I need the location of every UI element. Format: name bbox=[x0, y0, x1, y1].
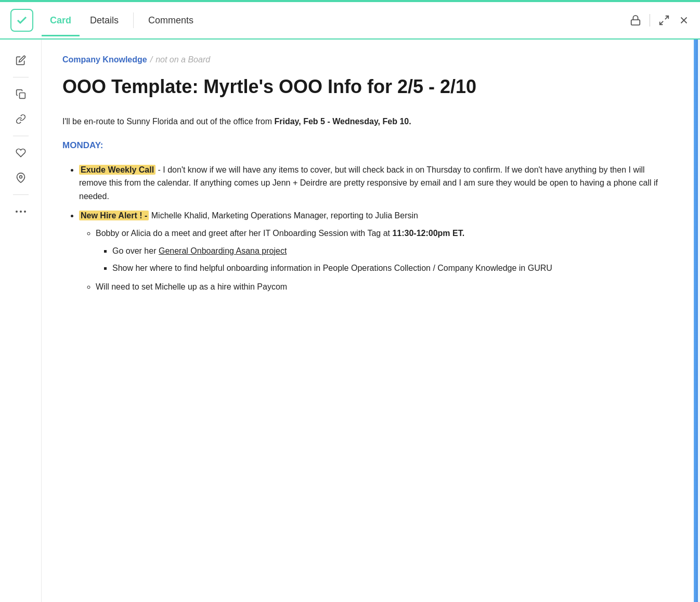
breadcrumb-separator: / bbox=[150, 55, 152, 64]
monday-bullet-list: Exude Weekly Call - I don't know if we w… bbox=[62, 163, 668, 294]
header: Card Details Comments bbox=[0, 2, 700, 40]
svg-point-7 bbox=[16, 211, 18, 213]
sidebar-divider-2 bbox=[13, 136, 29, 136]
bullet-new-hire-alert: New Hire Alert ! - Michelle Khalid, Mark… bbox=[79, 209, 668, 293]
edit-icon[interactable] bbox=[10, 50, 31, 71]
svg-line-1 bbox=[665, 16, 668, 19]
heart-icon[interactable] bbox=[10, 142, 31, 163]
svg-line-2 bbox=[660, 21, 663, 24]
close-icon[interactable] bbox=[678, 15, 690, 26]
bullet1-rest: - I don't know if we will have any items… bbox=[79, 165, 658, 201]
left-sidebar bbox=[0, 40, 42, 602]
asana-link[interactable]: General Onboarding Asana project bbox=[159, 246, 287, 255]
task-checkbox[interactable] bbox=[10, 9, 33, 32]
pin-icon[interactable] bbox=[10, 167, 31, 188]
tab-card[interactable]: Card bbox=[42, 11, 80, 30]
new-hire-sub-list: Bobby or Alicia do a meet and greet afte… bbox=[79, 227, 668, 293]
link-icon[interactable] bbox=[10, 109, 31, 129]
more-icon[interactable] bbox=[10, 201, 31, 222]
bullet2-rest: Michelle Khalid, Marketing Operations Ma… bbox=[149, 211, 418, 220]
tab-details[interactable]: Details bbox=[82, 11, 127, 30]
svg-rect-5 bbox=[19, 93, 25, 99]
new-hire-alert-highlight: New Hire Alert ! - bbox=[79, 211, 149, 220]
sidebar-divider-3 bbox=[13, 194, 29, 195]
breadcrumb-sub: not on a Board bbox=[155, 55, 210, 64]
svg-rect-0 bbox=[631, 20, 640, 25]
bullet-exude-weekly-call: Exude Weekly Call - I don't know if we w… bbox=[79, 163, 668, 203]
svg-point-6 bbox=[19, 176, 22, 178]
right-strip-blue bbox=[694, 40, 698, 602]
tab-divider bbox=[133, 12, 134, 28]
breadcrumb-link[interactable]: Company Knowledge bbox=[62, 55, 147, 64]
right-strip bbox=[694, 40, 700, 602]
svg-point-9 bbox=[24, 211, 26, 213]
monday-heading: MONDAY: bbox=[62, 138, 668, 152]
sidebar-divider-1 bbox=[13, 77, 29, 77]
tab-comments[interactable]: Comments bbox=[140, 11, 202, 30]
sub-bullet1-bold: 11:30-12:00pm ET. bbox=[392, 229, 464, 238]
sub-sub-bullet-asana: Go over her General Onboarding Asana pro… bbox=[112, 244, 668, 258]
content-area: Company Knowledge / not on a Board OOO T… bbox=[42, 40, 694, 602]
exude-weekly-call-highlight: Exude Weekly Call bbox=[79, 165, 155, 175]
header-divider bbox=[650, 14, 650, 27]
tab-bar: Card Details Comments bbox=[42, 11, 202, 30]
expand-icon[interactable] bbox=[658, 15, 670, 26]
sub-bullet-meet-greet: Bobby or Alicia do a meet and greet afte… bbox=[96, 227, 668, 275]
intro-paragraph: I'll be en-route to Sunny Florida and ou… bbox=[62, 115, 668, 128]
svg-point-8 bbox=[20, 211, 22, 213]
breadcrumb: Company Knowledge / not on a Board bbox=[62, 55, 668, 64]
card-body: I'll be en-route to Sunny Florida and ou… bbox=[62, 115, 668, 294]
lock-icon[interactable] bbox=[630, 15, 641, 26]
intro-bold: Friday, Feb 5 - Wednesday, Feb 10. bbox=[274, 117, 411, 126]
sub-bullet-paycom: Will need to set Michelle up as a hire w… bbox=[96, 280, 668, 294]
duplicate-icon[interactable] bbox=[10, 84, 31, 104]
sub-sub-list: Go over her General Onboarding Asana pro… bbox=[96, 244, 668, 275]
sub-sub-bullet-guru: Show her where to find helpful onboardin… bbox=[112, 261, 668, 275]
card-title: OOO Template: Myrtle's OOO Info for 2/5 … bbox=[62, 75, 668, 99]
main-layout: Company Knowledge / not on a Board OOO T… bbox=[0, 40, 700, 602]
header-actions bbox=[630, 14, 690, 27]
